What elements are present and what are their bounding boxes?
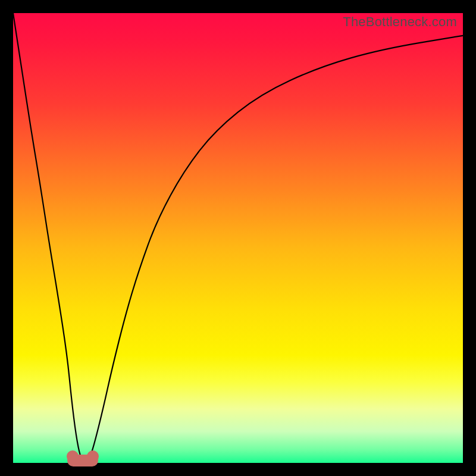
plot-area: TheBottleneck.com xyxy=(13,13,463,463)
bottleneck-curve-path xyxy=(13,13,463,460)
chart-frame: TheBottleneck.com xyxy=(0,0,476,476)
curve-layer xyxy=(13,13,463,463)
minimum-marker xyxy=(67,455,98,466)
